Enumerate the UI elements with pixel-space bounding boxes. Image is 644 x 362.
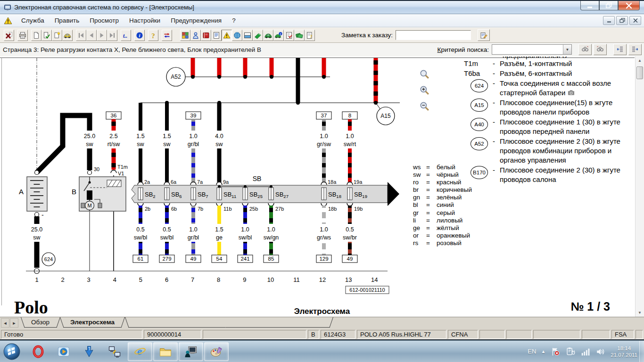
new-note-button[interactable] bbox=[52, 30, 62, 41]
power-icon[interactable] bbox=[565, 346, 576, 357]
document-close-button[interactable] bbox=[629, 16, 641, 25]
tray-expand-icon[interactable]: ▲ bbox=[541, 349, 545, 354]
chevron-down-icon[interactable]: ▼ bbox=[563, 45, 571, 54]
minimize-button[interactable] bbox=[580, 1, 599, 10]
menu-item-2[interactable]: Править bbox=[50, 15, 85, 26]
warnings-button[interactable] bbox=[222, 30, 232, 41]
parts-catalog-button[interactable] bbox=[180, 30, 190, 41]
menu-item-6[interactable]: ? bbox=[227, 15, 241, 26]
camera-icon[interactable] bbox=[568, 89, 575, 97]
status-cell-11 bbox=[582, 330, 610, 339]
scroll-thumb[interactable] bbox=[636, 66, 643, 79]
help-button[interactable]: ? bbox=[148, 30, 158, 41]
taskbar-item-elsa-app[interactable] bbox=[179, 342, 203, 361]
taskbar-item-file-explorer[interactable] bbox=[153, 342, 178, 361]
app-window: Электронная справочная система по сервис… bbox=[0, 0, 644, 340]
menu-item-1[interactable]: Служба bbox=[16, 15, 50, 26]
print-icon bbox=[19, 32, 26, 39]
search-prev-button[interactable] bbox=[594, 44, 607, 55]
opera-icon bbox=[32, 345, 45, 358]
tab-overview[interactable]: Обзор bbox=[21, 317, 60, 328]
zoom-tool-button[interactable] bbox=[419, 69, 430, 82]
repair-manual-button[interactable] bbox=[201, 30, 211, 41]
tab-scroll-right[interactable]: ▸ bbox=[10, 318, 18, 328]
menu-item-3[interactable]: Просмотр bbox=[84, 15, 124, 26]
svg-text:-: - bbox=[41, 211, 44, 219]
svg-text:1.0: 1.0 bbox=[241, 226, 249, 233]
svg-text:2b: 2b bbox=[145, 206, 150, 212]
svg-text:39: 39 bbox=[190, 113, 197, 118]
network-icon[interactable] bbox=[580, 346, 591, 357]
svg-text:19b: 19b bbox=[354, 206, 363, 212]
outdent-jump-button[interactable] bbox=[613, 44, 627, 55]
vehicle-select-button[interactable] bbox=[62, 30, 73, 41]
search-criteria-select[interactable]: ▼ bbox=[492, 44, 572, 55]
restore-button[interactable] bbox=[599, 1, 618, 10]
scrollbar[interactable]: ▲ ▼ bbox=[635, 57, 644, 317]
window-view-button[interactable] bbox=[242, 30, 253, 41]
service-block-button[interactable] bbox=[253, 30, 263, 41]
document-list-button[interactable] bbox=[211, 30, 222, 41]
start-button[interactable] bbox=[0, 341, 24, 362]
taskbar-item-paint[interactable] bbox=[204, 342, 229, 361]
tab-schematic[interactable]: Электросхема bbox=[60, 317, 125, 328]
svg-text:27b: 27b bbox=[275, 206, 284, 212]
swap-view-button[interactable] bbox=[162, 30, 172, 41]
magnifier-icon bbox=[419, 69, 430, 82]
jump-to-button[interactable]: t.. bbox=[121, 30, 131, 41]
nav-first-button[interactable] bbox=[76, 30, 86, 41]
svg-text:i: i bbox=[280, 32, 281, 35]
taskbar-item-opera[interactable] bbox=[26, 342, 50, 361]
scroll-down-button[interactable]: ▼ bbox=[636, 309, 644, 317]
zoom-out-button[interactable] bbox=[419, 101, 430, 114]
zoom-in-button[interactable] bbox=[419, 85, 430, 98]
new-document-button[interactable] bbox=[31, 30, 41, 41]
close-button[interactable] bbox=[618, 1, 640, 10]
svg-text:2.5: 2.5 bbox=[109, 133, 117, 140]
document-minimize-button[interactable] bbox=[603, 16, 615, 25]
info-button[interactable]: i bbox=[134, 30, 145, 41]
taskbar-item-download-manager[interactable] bbox=[77, 342, 101, 361]
search-label: Критерий поиска: bbox=[438, 46, 489, 53]
order-note-button[interactable] bbox=[478, 29, 490, 41]
menu-item-4[interactable]: Настройки bbox=[124, 15, 165, 26]
scroll-up-button[interactable]: ▲ bbox=[636, 57, 644, 65]
print-button[interactable] bbox=[17, 30, 28, 41]
language-indicator[interactable]: EN bbox=[528, 348, 536, 355]
taskbar-item-media-player[interactable] bbox=[51, 342, 76, 361]
document-help-button[interactable]: ? bbox=[305, 30, 315, 41]
search-next-button[interactable] bbox=[578, 44, 592, 55]
menu-item-5[interactable]: Предупреждения bbox=[165, 15, 227, 26]
clock[interactable]: 18:14 21.07.2011 bbox=[611, 345, 637, 358]
checklist-button[interactable] bbox=[284, 30, 294, 41]
close-document-button[interactable] bbox=[4, 30, 14, 41]
svg-text:i: i bbox=[139, 33, 140, 38]
taskbar-item-remote-connection[interactable] bbox=[102, 342, 127, 361]
document-restore-button[interactable] bbox=[616, 16, 628, 25]
volume-icon[interactable] bbox=[595, 346, 606, 357]
order-note-input[interactable] bbox=[396, 30, 471, 40]
svg-text:6a: 6a bbox=[171, 179, 177, 185]
show-desktop-button[interactable] bbox=[639, 341, 644, 362]
customer-data-button[interactable] bbox=[190, 30, 201, 41]
nav-next-button[interactable] bbox=[97, 30, 107, 41]
svg-text:0.5: 0.5 bbox=[136, 226, 144, 233]
status-cell-10 bbox=[533, 330, 580, 339]
tab-scroll-left[interactable]: ◂ bbox=[1, 318, 9, 328]
magnifier-minus-icon bbox=[419, 101, 430, 114]
svg-text:ge: ge bbox=[216, 234, 223, 241]
vehicle-info-button[interactable]: i bbox=[273, 30, 284, 41]
taskbar-item-internet-explorer[interactable]: e bbox=[128, 342, 152, 361]
nav-last-button[interactable] bbox=[107, 30, 117, 41]
status-cell-4: B bbox=[308, 330, 319, 339]
status-cell-13 bbox=[636, 330, 643, 339]
svg-text:1.5: 1.5 bbox=[215, 226, 223, 233]
online-portal-button[interactable] bbox=[232, 30, 242, 41]
document-check-button[interactable] bbox=[41, 30, 52, 41]
nav-prev-button[interactable] bbox=[86, 30, 97, 41]
action-center-icon[interactable] bbox=[550, 346, 561, 357]
color-code-row: br=коричневый bbox=[413, 186, 472, 194]
vehicle-history-button[interactable] bbox=[263, 30, 273, 41]
indent-jump-button[interactable] bbox=[628, 44, 642, 55]
manuals-button[interactable] bbox=[294, 30, 305, 41]
